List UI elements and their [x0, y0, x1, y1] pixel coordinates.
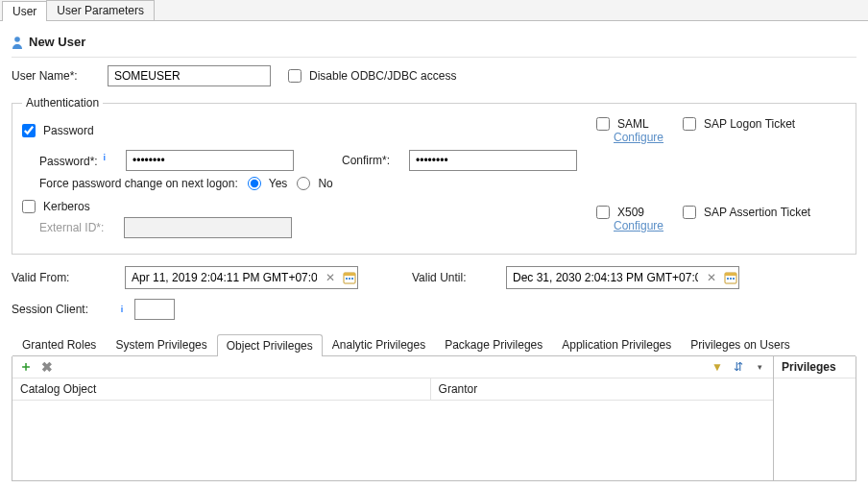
- x509-cb-box[interactable]: [596, 206, 610, 219]
- session-client-input[interactable]: [134, 299, 175, 320]
- calendar-icon[interactable]: [723, 270, 738, 285]
- kerberos-cb-label: Kerberos: [43, 200, 90, 213]
- tab-application-privileges[interactable]: Application Privileges: [552, 333, 681, 355]
- svg-rect-4: [349, 278, 350, 280]
- confirm-label: Confirm*:: [342, 154, 399, 167]
- chevron-down-icon[interactable]: ▾: [752, 359, 767, 375]
- object-priv-toolbar: ＋ ✖ ▼ ⇵ ▾: [12, 356, 773, 378]
- info-icon: i: [117, 305, 127, 314]
- grid-body: [12, 401, 773, 480]
- kerberos-cb-box[interactable]: [22, 200, 36, 213]
- saml-checkbox[interactable]: SAML: [596, 117, 663, 131]
- valid-until-field[interactable]: ✕: [506, 266, 739, 289]
- page-title: New User: [29, 35, 85, 49]
- authentication-legend: Authentication: [22, 96, 103, 110]
- sap-logon-checkbox[interactable]: SAP Logon Ticket: [683, 117, 795, 131]
- remove-icon[interactable]: ✖: [39, 359, 55, 375]
- external-id-label: External ID*:: [39, 221, 116, 234]
- x509-cb-label: X509: [617, 206, 644, 219]
- force-yes-radio[interactable]: Yes: [248, 177, 288, 190]
- tab-package-privileges[interactable]: Package Privileges: [435, 333, 552, 355]
- tab-user-parameters[interactable]: User Parameters: [46, 0, 155, 20]
- external-id-input: [124, 217, 292, 238]
- privileges-tab-strip: Granted Roles System Privileges Object P…: [12, 333, 856, 356]
- svg-rect-3: [346, 278, 348, 280]
- authentication-group: Authentication Password SAML Conf: [12, 96, 856, 255]
- col-grantor[interactable]: Grantor: [431, 378, 773, 400]
- username-input[interactable]: [108, 65, 271, 86]
- disable-odbc-cb-box[interactable]: [288, 69, 301, 83]
- password-cb-box[interactable]: [22, 124, 36, 137]
- force-yes-label: Yes: [269, 177, 288, 190]
- session-client-label: Session Client:: [12, 303, 108, 316]
- calendar-icon[interactable]: [342, 270, 357, 285]
- sort-icon[interactable]: ⇵: [731, 359, 746, 375]
- info-icon: i: [100, 153, 109, 162]
- svg-rect-5: [351, 278, 353, 280]
- force-no-box[interactable]: [297, 177, 310, 190]
- disable-odbc-label: Disable ODBC/JDBC access: [309, 69, 456, 83]
- valid-from-field[interactable]: ✕: [125, 266, 358, 289]
- svg-point-0: [14, 37, 20, 42]
- saml-cb-label: SAML: [617, 117, 649, 131]
- col-catalog-object[interactable]: Catalog Object: [12, 378, 431, 400]
- add-icon[interactable]: ＋: [18, 359, 34, 375]
- privileges-panel-header: Privileges: [774, 356, 856, 378]
- saml-cb-box[interactable]: [596, 117, 610, 131]
- valid-from-input[interactable]: [126, 267, 323, 288]
- x509-checkbox[interactable]: X509: [596, 206, 663, 219]
- svg-rect-7: [725, 273, 736, 276]
- x509-configure-link[interactable]: Configure: [596, 219, 663, 232]
- svg-rect-8: [727, 278, 729, 280]
- sap-assertion-cb-box[interactable]: [683, 206, 696, 219]
- clear-icon[interactable]: ✕: [323, 270, 338, 285]
- confirm-input[interactable]: [409, 150, 577, 171]
- tab-user[interactable]: User: [2, 1, 47, 21]
- clear-icon[interactable]: ✕: [704, 270, 719, 285]
- tab-granted-roles[interactable]: Granted Roles: [12, 333, 106, 355]
- disable-odbc-checkbox[interactable]: Disable ODBC/JDBC access: [288, 69, 456, 83]
- saml-configure-link[interactable]: Configure: [596, 131, 663, 144]
- svg-rect-2: [344, 273, 355, 276]
- tab-system-privileges[interactable]: System Privileges: [106, 333, 216, 355]
- sap-logon-cb-label: SAP Logon Ticket: [704, 117, 795, 131]
- username-label: User Name*:: [12, 69, 108, 83]
- tab-analytic-privileges[interactable]: Analytic Privileges: [323, 333, 435, 355]
- force-change-label: Force password change on next logon:: [39, 177, 238, 190]
- valid-until-input[interactable]: [507, 267, 704, 288]
- svg-rect-10: [733, 278, 735, 280]
- tab-object-privileges[interactable]: Object Privileges: [217, 334, 323, 356]
- password-label: Password*:i: [39, 153, 116, 168]
- password-cb-label: Password: [43, 124, 94, 137]
- filter-icon[interactable]: ▼: [710, 359, 725, 375]
- grid-header: Catalog Object Grantor: [12, 378, 773, 401]
- user-icon: [12, 36, 23, 49]
- force-yes-box[interactable]: [248, 177, 261, 190]
- force-no-radio[interactable]: No: [297, 177, 332, 190]
- sap-assertion-cb-label: SAP Assertion Ticket: [704, 206, 810, 219]
- tab-privileges-on-users[interactable]: Privileges on Users: [681, 333, 799, 355]
- kerberos-checkbox[interactable]: Kerberos: [22, 200, 90, 213]
- password-checkbox[interactable]: Password: [22, 124, 94, 137]
- sap-logon-cb-box[interactable]: [683, 117, 696, 131]
- sap-assertion-checkbox[interactable]: SAP Assertion Ticket: [683, 206, 810, 219]
- top-tab-strip: User User Parameters: [0, 0, 868, 21]
- svg-rect-9: [730, 278, 732, 280]
- valid-until-label: Valid Until:: [412, 271, 489, 284]
- valid-from-label: Valid From:: [12, 271, 108, 284]
- force-no-label: No: [318, 177, 332, 190]
- password-input[interactable]: [126, 150, 294, 171]
